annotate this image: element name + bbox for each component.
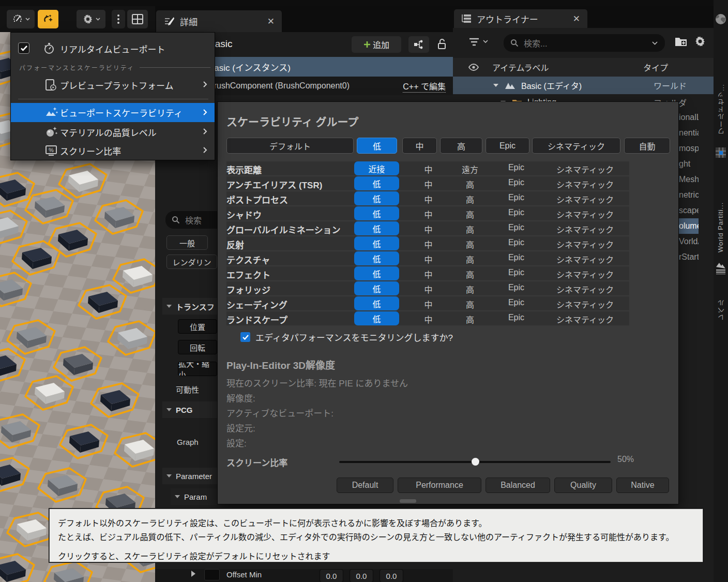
tab-outliner[interactable]: アウトライナー ✕	[454, 9, 587, 28]
row-quality-option[interactable]: 高	[449, 298, 491, 310]
row-quality-option[interactable]: 中	[411, 163, 446, 175]
close-icon[interactable]: ✕	[573, 13, 580, 24]
tab-world-partition[interactable]: World Partiti...	[717, 165, 724, 252]
row-selected-quality[interactable]: 低	[354, 176, 399, 190]
row-quality-option[interactable]: 高	[449, 283, 491, 295]
layout-button[interactable]	[127, 10, 148, 28]
column-type[interactable]: タイプ	[643, 61, 668, 73]
globe-icon[interactable]	[715, 13, 726, 25]
preset-button-performance[interactable]: Performance	[398, 477, 481, 493]
filter-icon[interactable]	[468, 37, 480, 47]
row-quality-option[interactable]: シネマティック	[541, 238, 629, 250]
row-selected-quality[interactable]: 低	[354, 206, 399, 220]
more-options-button[interactable]	[112, 10, 125, 28]
offset-value-1[interactable]: 0.0	[350, 569, 373, 582]
row-quality-option[interactable]: 中	[411, 253, 446, 265]
row-quality-option[interactable]: Epic	[494, 223, 538, 232]
outliner-partial-item[interactable]: ionalLig	[679, 110, 699, 125]
row-selected-quality[interactable]: 低	[354, 296, 399, 310]
row-quality-option[interactable]: Epic	[494, 193, 538, 202]
offset-value-0[interactable]: 0.0	[320, 569, 343, 582]
preset-button-balanced[interactable]: Balanced	[486, 477, 550, 493]
row-quality-option[interactable]: 高	[449, 208, 491, 220]
row-quality-option[interactable]: シネマティック	[541, 178, 629, 190]
row-quality-option[interactable]: Epic	[494, 313, 538, 322]
prop-rotation[interactable]: 回転	[178, 340, 217, 354]
row-quality-option[interactable]: 遠方	[449, 163, 491, 175]
outliner-partial-item[interactable]: olume	[679, 218, 699, 234]
row-quality-option[interactable]: シネマティック	[541, 193, 629, 205]
prop-location[interactable]: 位置	[178, 319, 217, 334]
checkbox-checked-icon[interactable]	[240, 332, 250, 342]
row-quality-option[interactable]: 高	[449, 313, 491, 325]
outliner-search[interactable]: 検索...	[504, 34, 665, 52]
chevron-down-icon[interactable]	[652, 41, 658, 45]
offset-min-row[interactable]: Offset Min 0.00.00.0	[155, 569, 453, 582]
outliner-partial-item[interactable]: netricCl	[679, 187, 699, 203]
row-quality-option[interactable]: 中	[411, 208, 446, 220]
filter-rendering-button[interactable]: レンダリン	[166, 255, 217, 269]
section-pcg[interactable]: PCG	[162, 401, 219, 418]
row-quality-option[interactable]: シネマティック	[541, 253, 629, 265]
close-icon[interactable]: ✕	[267, 16, 275, 27]
row-quality-option[interactable]: 中	[411, 223, 446, 235]
section-transform[interactable]: トランスフ	[162, 298, 219, 315]
preset-button-default[interactable]: Default	[337, 477, 393, 493]
row-quality-option[interactable]: シネマティック	[541, 298, 629, 310]
row-quality-option[interactable]: 中	[411, 268, 446, 280]
chevron-down-icon[interactable]	[483, 40, 488, 43]
outliner-partial-item[interactable]: MeshAc	[679, 172, 699, 187]
preset-button-native[interactable]: Native	[616, 477, 669, 493]
menu-item-realtime[interactable]: リアルタイムビューポート	[11, 39, 215, 58]
row-quality-option[interactable]: 高	[449, 178, 491, 190]
row-quality-option[interactable]: 中	[411, 313, 446, 325]
scrollbar-handle[interactable]	[400, 499, 416, 503]
row-quality-option[interactable]: Epic	[494, 268, 538, 277]
gear-icon[interactable]	[694, 35, 706, 48]
row-quality-option[interactable]: 高	[449, 193, 491, 205]
monitor-performance-row[interactable]: エディタパフォーマンスをモニタリングしますか?	[240, 331, 453, 344]
new-folder-icon[interactable]	[674, 35, 688, 48]
tab-levels[interactable]: レベル	[717, 279, 726, 321]
menu-item-screen-percentage[interactable]: % スクリーン比率	[11, 141, 215, 160]
row-quality-option[interactable]: シネマティック	[541, 268, 629, 280]
row-quality-option[interactable]: Epic	[494, 208, 538, 217]
edit-cpp-link[interactable]: C++ で編集	[403, 80, 446, 93]
prop-scale[interactable]: 拡大・縮小	[178, 362, 217, 376]
section-parameter[interactable]: Parameter	[162, 468, 219, 484]
menu-item-material-quality[interactable]: マテリアルの品質レベル	[11, 123, 215, 141]
row-quality-option[interactable]: 高	[449, 268, 491, 280]
screen-percentage-slider[interactable]	[339, 461, 611, 463]
outliner-partial-item[interactable]: nentialH	[679, 125, 699, 141]
world-partition-icon[interactable]	[715, 147, 726, 158]
section-param[interactable]: Param	[171, 488, 219, 505]
viewport-settings-button[interactable]	[77, 10, 105, 28]
eye-icon[interactable]	[468, 64, 479, 71]
row-quality-option[interactable]: シネマティック	[541, 208, 629, 220]
outliner-row-basic[interactable]: Basic (エディタ) ワールド	[453, 77, 714, 94]
filter-general-button[interactable]: 一般	[166, 235, 208, 250]
tab-details[interactable]: 詳細 ✕	[156, 10, 282, 32]
lit-mode-button[interactable]	[38, 10, 58, 28]
row-quality-option[interactable]: シネマティック	[541, 163, 629, 175]
column-item-label[interactable]: アイテムラベル	[492, 61, 549, 73]
row-selected-quality[interactable]: 低	[354, 266, 399, 280]
row-quality-option[interactable]: 高	[449, 253, 491, 265]
lock-open-icon[interactable]	[437, 38, 447, 51]
outliner-partial-item[interactable]: ght	[679, 156, 699, 172]
outliner-partial-item[interactable]: scape	[679, 203, 699, 218]
row-quality-option[interactable]: 中	[411, 178, 446, 190]
blueprint-graph-button[interactable]	[408, 36, 429, 53]
row-selected-quality[interactable]: 低	[354, 281, 399, 295]
row-quality-option[interactable]: Epic	[494, 253, 538, 262]
row-quality-option[interactable]: シネマティック	[541, 313, 629, 325]
row-quality-option[interactable]: Epic	[494, 298, 538, 307]
row-selected-quality[interactable]: 低	[354, 221, 399, 235]
tab-world-settings[interactable]: ワールドセッ...	[717, 36, 726, 135]
menu-item-preview-platform[interactable]: プレビュープラットフォーム	[11, 75, 215, 95]
row-selected-quality[interactable]: 低	[354, 236, 399, 250]
outliner-partial-item[interactable]: mosphe	[679, 141, 699, 156]
row-quality-option[interactable]: Epic	[494, 238, 538, 247]
row-selected-quality[interactable]: 低	[354, 311, 399, 325]
row-selected-quality[interactable]: 低	[354, 251, 399, 265]
